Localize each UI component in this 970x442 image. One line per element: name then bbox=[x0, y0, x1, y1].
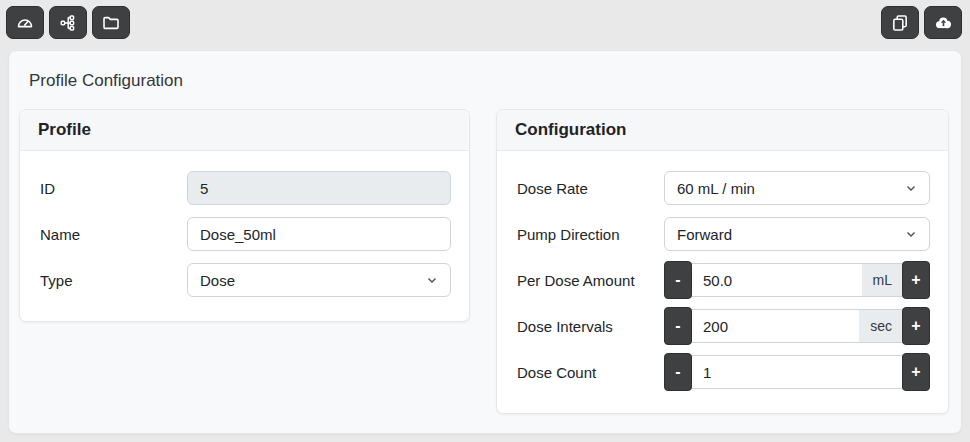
type-select-value: Dose bbox=[200, 272, 235, 289]
pump-direction-row: Pump Direction Forward bbox=[517, 215, 930, 253]
name-row: Name bbox=[40, 215, 451, 253]
id-row: ID bbox=[40, 169, 451, 207]
plus-button[interactable]: + bbox=[902, 307, 930, 345]
dose-intervals-field[interactable] bbox=[690, 309, 861, 343]
flow-diagram-button[interactable] bbox=[49, 6, 87, 39]
dose-count-stepper: - + bbox=[664, 353, 930, 391]
folder-icon bbox=[102, 14, 120, 32]
copy-icon bbox=[891, 14, 909, 32]
dose-count-field[interactable] bbox=[690, 355, 904, 389]
configuration-card: Configuration Dose Rate 60 mL / min bbox=[496, 109, 949, 414]
page-title: Profile Configuration bbox=[29, 71, 949, 91]
id-field bbox=[187, 171, 451, 205]
gauge-icon bbox=[16, 14, 34, 32]
toolbar-right-group bbox=[881, 6, 962, 39]
minus-button[interactable]: - bbox=[664, 261, 692, 299]
plus-button[interactable]: + bbox=[902, 353, 930, 391]
dose-count-row: Dose Count - + bbox=[517, 353, 930, 391]
copy-button[interactable] bbox=[881, 6, 919, 39]
dose-rate-label: Dose Rate bbox=[517, 180, 664, 197]
dose-rate-select-value: 60 mL / min bbox=[677, 180, 755, 197]
flow-diagram-icon bbox=[59, 14, 77, 32]
per-dose-amount-control: - mL + bbox=[664, 261, 930, 299]
dose-intervals-stepper: - sec + bbox=[664, 307, 930, 345]
per-dose-amount-stepper: - mL + bbox=[664, 261, 930, 299]
id-control bbox=[187, 171, 451, 205]
dose-count-control: - + bbox=[664, 353, 930, 391]
per-dose-amount-label: Per Dose Amount bbox=[517, 272, 664, 289]
toolbar-left-group bbox=[6, 6, 130, 39]
top-toolbar bbox=[0, 0, 970, 45]
chevron-down-icon bbox=[905, 228, 917, 240]
per-dose-amount-row: Per Dose Amount - mL + bbox=[517, 261, 930, 299]
profile-card-body: ID Name Type Dose bbox=[20, 151, 469, 321]
minus-button[interactable]: - bbox=[664, 307, 692, 345]
plus-button[interactable]: + bbox=[902, 261, 930, 299]
type-row: Type Dose bbox=[40, 261, 451, 299]
configuration-card-header: Configuration bbox=[497, 110, 948, 151]
main-panel: Profile Configuration Profile ID Name bbox=[8, 50, 962, 434]
dose-intervals-control: - sec + bbox=[664, 307, 930, 345]
per-dose-amount-unit: mL bbox=[862, 263, 904, 297]
dose-intervals-unit: sec bbox=[859, 309, 904, 343]
folder-button[interactable] bbox=[92, 6, 130, 39]
type-select[interactable]: Dose bbox=[187, 263, 451, 297]
dose-rate-row: Dose Rate 60 mL / min bbox=[517, 169, 930, 207]
minus-button[interactable]: - bbox=[664, 353, 692, 391]
profile-card-header: Profile bbox=[20, 110, 469, 151]
cards-row: Profile ID Name Type bbox=[19, 109, 949, 414]
pump-direction-select[interactable]: Forward bbox=[664, 217, 930, 251]
type-label: Type bbox=[40, 272, 187, 289]
pump-direction-control: Forward bbox=[664, 217, 930, 251]
dose-rate-select[interactable]: 60 mL / min bbox=[664, 171, 930, 205]
name-control bbox=[187, 217, 451, 251]
per-dose-amount-field[interactable] bbox=[690, 263, 864, 297]
chevron-down-icon bbox=[426, 274, 438, 286]
dose-rate-control: 60 mL / min bbox=[664, 171, 930, 205]
pump-direction-label: Pump Direction bbox=[517, 226, 664, 243]
type-control: Dose bbox=[187, 263, 451, 297]
name-label: Name bbox=[40, 226, 187, 243]
pump-direction-select-value: Forward bbox=[677, 226, 732, 243]
cloud-upload-icon bbox=[934, 13, 953, 32]
profile-card: Profile ID Name Type bbox=[19, 109, 470, 322]
cloud-upload-button[interactable] bbox=[924, 6, 962, 39]
name-field[interactable] bbox=[187, 217, 451, 251]
configuration-card-body: Dose Rate 60 mL / min Pump Direction bbox=[497, 151, 948, 413]
id-label: ID bbox=[40, 180, 187, 197]
dose-intervals-row: Dose Intervals - sec + bbox=[517, 307, 930, 345]
dose-count-label: Dose Count bbox=[517, 364, 664, 381]
chevron-down-icon bbox=[905, 182, 917, 194]
dose-intervals-label: Dose Intervals bbox=[517, 318, 664, 335]
gauge-button[interactable] bbox=[6, 6, 44, 39]
